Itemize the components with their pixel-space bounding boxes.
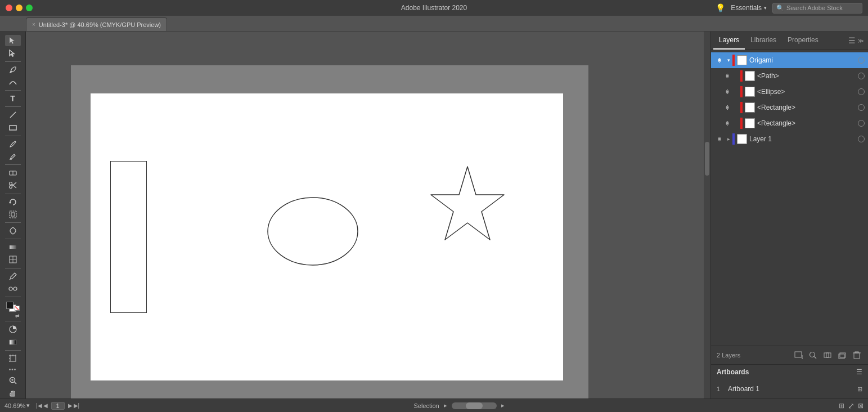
search-icon: 🔍	[776, 5, 784, 12]
status-fit-button[interactable]: ⊠	[858, 402, 863, 410]
layer-target-rect2[interactable]	[858, 120, 865, 127]
zoom-to-artboard-button[interactable]	[807, 350, 818, 361]
hand-tool[interactable]	[5, 387, 21, 398]
document-tab[interactable]: × Untitled-3* @ 40.69% (CMYK/GPU Preview…	[26, 17, 167, 31]
layer-row-layer1[interactable]: ▸ Layer 1	[711, 131, 868, 147]
warp-tool[interactable]	[5, 225, 21, 236]
layer-eye-layer1[interactable]	[714, 134, 725, 144]
star-shape[interactable]	[422, 161, 512, 251]
zoom-arrows: |◀ ◀	[36, 402, 48, 409]
vertical-scrollbar[interactable]	[704, 32, 710, 398]
layer-expand-layer1[interactable]: ▸	[725, 135, 732, 143]
layer-eye-path[interactable]	[722, 71, 732, 81]
more-tools-button[interactable]: •••	[5, 365, 21, 374]
add-layer-artboard-button[interactable]	[793, 350, 804, 361]
tab-properties[interactable]: Properties	[782, 32, 824, 50]
eyedropper-tool[interactable]	[5, 270, 21, 281]
artboards-menu-button[interactable]: ☰	[856, 368, 862, 376]
panel-menu-button[interactable]: ☰	[848, 36, 856, 45]
nav-last-button[interactable]: ▶|	[74, 402, 80, 409]
blend-tool[interactable]	[5, 283, 21, 294]
horizontal-scroll[interactable]	[452, 402, 497, 409]
layer-eye-rect2[interactable]	[722, 118, 732, 128]
none-swatch[interactable]	[15, 306, 20, 311]
eye-icon-layer1	[716, 136, 723, 142]
mesh-tool-icon	[8, 255, 17, 264]
layer-target-path[interactable]	[858, 73, 865, 79]
toolbar-divider-5	[5, 164, 21, 165]
gradient-tool[interactable]	[5, 241, 21, 253]
artboard-tool[interactable]	[5, 353, 21, 364]
help-icon[interactable]: 💡	[716, 3, 725, 12]
expand-canvas-button[interactable]: ⊞	[839, 402, 844, 410]
artboard-row-1[interactable]: 1 Artboard 1 ⊞	[711, 382, 868, 396]
layer-eye-origami[interactable]	[714, 55, 725, 65]
tab-close-icon[interactable]: ×	[32, 21, 35, 28]
canvas-area[interactable]	[26, 32, 710, 398]
close-window-button[interactable]	[6, 5, 12, 11]
type-tool[interactable]: T	[5, 93, 21, 104]
zoom-tool[interactable]	[5, 374, 21, 386]
paintbrush-tool[interactable]	[5, 138, 21, 149]
zoom-dropdown-icon[interactable]: ▾	[26, 402, 30, 409]
layer-target-rect1[interactable]	[858, 104, 865, 111]
layer-row-path[interactable]: <Path>	[711, 68, 868, 84]
tab-layers[interactable]: Layers	[713, 32, 745, 50]
stock-search-container: 🔍	[772, 3, 862, 14]
line-tool[interactable]	[5, 109, 21, 120]
layer-eye-ellipse[interactable]	[722, 87, 732, 97]
warp-tool-icon	[8, 226, 17, 235]
svg-line-3	[10, 112, 16, 118]
rectangle-tool-icon	[8, 123, 17, 132]
maximize-window-button[interactable]	[26, 5, 33, 11]
mesh-tool[interactable]	[5, 254, 21, 265]
color-button[interactable]	[5, 324, 21, 335]
layer-eye-rect1[interactable]	[722, 102, 732, 113]
panel-expand-button[interactable]: ≫	[856, 35, 866, 46]
ellipse-shape[interactable]	[265, 189, 361, 274]
curvature-tool[interactable]	[5, 77, 21, 88]
page-number-input[interactable]	[51, 402, 65, 410]
gradient-swatch-button[interactable]	[5, 336, 21, 347]
pen-tool[interactable]	[5, 64, 21, 75]
scissors-tool[interactable]	[5, 180, 21, 191]
direct-selection-tool[interactable]	[5, 47, 21, 59]
scale-tool[interactable]	[5, 209, 21, 220]
stock-search-input[interactable]	[786, 5, 858, 11]
artboard[interactable]	[91, 93, 563, 380]
selection-tool[interactable]	[5, 35, 21, 46]
curvature-tool-icon	[8, 78, 17, 87]
pencil-tool[interactable]	[5, 151, 21, 162]
nav-first-button[interactable]: |◀	[36, 402, 42, 409]
svg-point-9	[9, 182, 12, 185]
minimize-window-button[interactable]	[16, 5, 23, 11]
layer-expand-origami[interactable]: ▾	[725, 56, 732, 64]
svg-point-40	[726, 91, 728, 93]
swap-colors-button[interactable]: ⇄	[5, 313, 21, 319]
rotate-tool[interactable]	[5, 196, 21, 207]
move-to-layer-button[interactable]	[836, 350, 848, 361]
pen-tool-icon	[8, 65, 17, 74]
rectangle-tool[interactable]	[5, 122, 21, 133]
color-swatches[interactable]	[5, 301, 21, 312]
vertical-scroll-thumb[interactable]	[705, 142, 709, 176]
layer-thumb-rect2	[745, 118, 755, 128]
eraser-tool[interactable]	[5, 167, 21, 178]
layer-target-origami[interactable]	[858, 57, 865, 64]
nav-prev-button[interactable]: ◀	[43, 402, 48, 409]
tab-libraries[interactable]: Libraries	[745, 32, 782, 50]
delete-layer-button[interactable]	[851, 350, 862, 361]
layer-row-ellipse[interactable]: <Ellipse>	[711, 84, 868, 100]
stroke-color-swatch[interactable]	[6, 302, 14, 309]
layer-row-origami[interactable]: ▾ Origami	[711, 52, 868, 68]
nav-next-button[interactable]: ▶	[68, 402, 73, 409]
layer-target-ellipse[interactable]	[858, 88, 865, 95]
layer-row-rect2[interactable]: <Rectangle>	[711, 115, 868, 131]
layer-target-layer1[interactable]	[858, 136, 865, 142]
rectangle-shape[interactable]	[110, 161, 147, 313]
make-clipping-button[interactable]	[822, 350, 833, 361]
svg-rect-15	[10, 245, 16, 249]
workspace-selector[interactable]: Essentials ▾	[731, 4, 767, 12]
svg-point-8	[9, 186, 12, 189]
layer-row-rect1[interactable]: <Rectangle>	[711, 100, 868, 115]
